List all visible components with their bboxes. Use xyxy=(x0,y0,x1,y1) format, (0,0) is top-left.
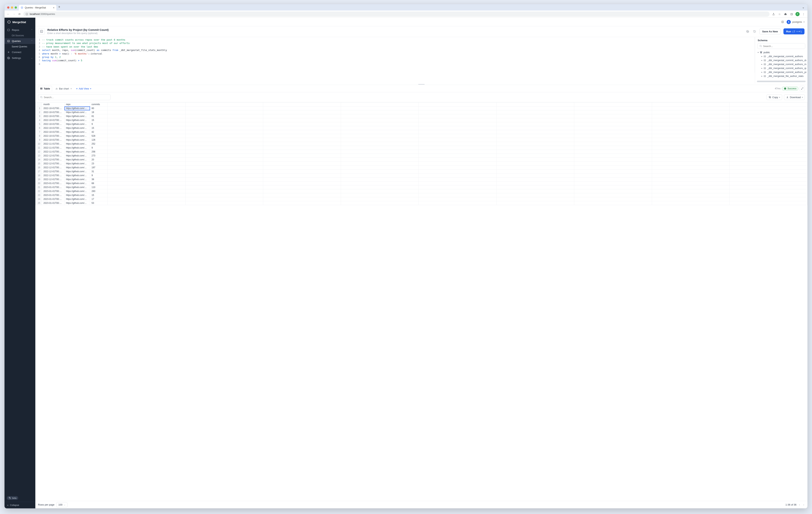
cell-repo[interactable]: https://github.com/mergestat/... xyxy=(64,126,90,130)
cell-commits[interactable]: 18 xyxy=(90,110,108,114)
query-title[interactable]: Relative Efforts by Project (by Commit C… xyxy=(47,28,109,31)
cell-month[interactable]: 2023-01-01T00:00:00.000Z xyxy=(42,181,64,185)
schema-table[interactable]: ▸_dbt_mergestat_commit_authors_quarterly xyxy=(756,66,806,70)
table-row[interactable]: 182022-12-01T00:00:00.000Zhttps://github… xyxy=(35,174,808,177)
url-field[interactable]: localhost:3300/queries xyxy=(23,11,770,17)
window-minimize-icon[interactable] xyxy=(11,6,13,9)
table-row[interactable]: 142022-12-01T00:00:00.000Zhttps://github… xyxy=(35,158,808,162)
table-row[interactable]: 112022-11-01T00:00:00.000Zhttps://github… xyxy=(35,146,808,150)
table-row[interactable]: 192022-12-01T00:00:00.000Zhttps://github… xyxy=(35,177,808,181)
cell-commits[interactable]: 31 xyxy=(90,170,108,174)
cell-commits[interactable]: 528 xyxy=(90,134,108,138)
table-row[interactable]: 232023-01-01T00:00:00.000Zhttps://github… xyxy=(35,193,808,197)
cell-repo[interactable]: https://github.com/mergestat/... xyxy=(64,193,90,197)
cell-repo[interactable]: https://github.com/mergestat/... xyxy=(64,154,90,158)
cell-repo[interactable]: https://github.com/mergestat/... xyxy=(64,162,90,166)
cell-commits[interactable]: 273 xyxy=(90,154,108,158)
cell-repo[interactable]: https://github.com/mergestat/... xyxy=(64,138,90,142)
table-row[interactable]: 222023-01-01T00:00:00.000Zhttps://github… xyxy=(35,189,808,193)
cell-month[interactable]: 2022-10-01T00:00:00.000Z xyxy=(42,114,64,118)
cell-repo[interactable]: https://github.com/mergestat/... xyxy=(64,189,90,193)
cell-repo[interactable]: https://github.com/mergestat/... xyxy=(64,166,90,170)
sidebar-collapse-button[interactable]: « Collapse xyxy=(4,502,35,508)
cell-commits[interactable]: 20 xyxy=(90,158,108,162)
cell-commits[interactable]: 15 xyxy=(90,126,108,130)
schema-scrollbar[interactable] xyxy=(757,81,806,82)
cell-month[interactable]: 2022-10-01T00:00:00.000Z xyxy=(42,118,64,122)
cell-month[interactable]: 2022-10-01T00:00:00.000Z xyxy=(42,107,64,110)
col-rownum[interactable] xyxy=(35,103,42,107)
window-close-icon[interactable] xyxy=(7,6,9,9)
sql-editor[interactable]: 12345678 -- track commit counts across r… xyxy=(35,37,755,73)
cell-commits[interactable]: 283 xyxy=(90,189,108,193)
table-row[interactable]: 132022-12-01T00:00:00.000Zhttps://github… xyxy=(35,154,808,158)
nav-reload-button[interactable]: ⟳ xyxy=(18,12,22,16)
table-row[interactable]: 242023-01-01T00:00:00.000Zhttps://github… xyxy=(35,197,808,201)
sidebar-sub-saved-queries[interactable]: Saved Queries xyxy=(4,44,35,49)
table-row[interactable]: 172022-12-01T00:00:00.000Zhttps://github… xyxy=(35,170,808,174)
table-row[interactable]: 102022-11-01T00:00:00.000Zhttps://github… xyxy=(35,142,808,146)
schema-table[interactable]: ▸_dbt_mergestat_commit_authors xyxy=(756,54,806,58)
cell-month[interactable]: 2022-11-01T00:00:00.000Z xyxy=(42,146,64,150)
table-row[interactable]: 122022-11-01T00:00:00.000Zhttps://github… xyxy=(35,150,808,154)
query-settings-button[interactable] xyxy=(746,29,750,34)
results-grid[interactable]: month repo commits 12022-10-01T00:00:00.… xyxy=(35,102,808,501)
table-row[interactable]: 72022-10-01T00:00:00.000Zhttps://github.… xyxy=(35,130,808,134)
cell-month[interactable]: 2022-10-01T00:00:00.000Z xyxy=(42,130,64,134)
copy-button[interactable]: Copy ▾ xyxy=(766,94,782,100)
query-description[interactable]: Enter a short description for this query… xyxy=(47,32,109,35)
cell-commits[interactable]: 38 xyxy=(90,177,108,181)
cell-commits[interactable]: 23 xyxy=(90,162,108,166)
schema-search-input[interactable] xyxy=(763,45,803,48)
cell-month[interactable]: 2023-01-01T00:00:00.000Z xyxy=(42,185,64,189)
cell-repo[interactable]: https://github.com/mergestat/... xyxy=(64,174,90,177)
results-tab-barchart[interactable]: Bar chart × xyxy=(53,86,74,91)
schema-table[interactable]: ▸_dbt_mergestat_file_author_stats xyxy=(756,74,806,78)
run-button[interactable]: Run (⇧ + ↵) xyxy=(783,28,805,34)
table-row[interactable]: 162022-12-01T00:00:00.000Zhttps://github… xyxy=(35,166,808,170)
sidebar-item-settings[interactable]: Settings ⌄ xyxy=(4,55,35,61)
cell-repo[interactable]: https://github.com/mergestat/... xyxy=(64,201,90,205)
cell-commits[interactable]: 80 xyxy=(90,107,108,110)
tabs-overflow-button[interactable]: ⌄ xyxy=(801,5,806,10)
cell-month[interactable]: 2022-12-01T00:00:00.000Z xyxy=(42,154,64,158)
cell-commits[interactable]: 9 xyxy=(90,146,108,150)
sidebar-item-queries[interactable]: Queries ⌃ xyxy=(4,38,35,44)
cell-commits[interactable]: 9 xyxy=(90,174,108,177)
cell-month[interactable]: 2022-10-01T00:00:00.000Z xyxy=(42,138,64,142)
cell-month[interactable]: 2022-10-01T00:00:00.000Z xyxy=(42,126,64,130)
table-row[interactable]: 212023-01-01T00:00:00.000Zhttps://github… xyxy=(35,185,808,189)
profile-avatar[interactable]: P xyxy=(795,12,800,16)
table-row[interactable]: 252023-01-01T00:00:00.000Zhttps://github… xyxy=(35,201,808,205)
page-prev-button[interactable]: ‹ xyxy=(798,503,801,506)
tab-close-icon[interactable]: × xyxy=(53,6,55,9)
results-search[interactable] xyxy=(38,94,111,100)
cell-repo[interactable]: https://github.com/mergestat/... xyxy=(64,130,90,134)
brand[interactable]: MergeStat xyxy=(4,18,35,26)
schema-search[interactable] xyxy=(757,43,805,49)
cell-month[interactable]: 2022-12-01T00:00:00.000Z xyxy=(42,177,64,181)
col-month[interactable]: month xyxy=(42,103,64,107)
cell-repo[interactable]: https://github.com/mergestat/... xyxy=(64,185,90,189)
browser-tab[interactable]: Queries - MergeStat × xyxy=(19,5,56,10)
cell-month[interactable]: 2022-12-01T00:00:00.000Z xyxy=(42,174,64,177)
cell-repo[interactable]: https://github.com/mergestat/... xyxy=(64,118,90,122)
table-row[interactable]: 42022-10-01T00:00:00.000Zhttps://github.… xyxy=(35,118,808,122)
cell-repo[interactable]: https://github.com/mergestat/... xyxy=(64,142,90,146)
results-search-input[interactable] xyxy=(44,96,109,99)
user-menu[interactable]: postgres ▾ xyxy=(787,20,805,24)
cell-month[interactable]: 2022-11-01T00:00:00.000Z xyxy=(42,150,64,154)
cell-repo[interactable]: https://github.com/mergestat/... xyxy=(64,146,90,150)
extensions-button[interactable] xyxy=(783,12,788,16)
col-repo[interactable]: repo xyxy=(64,103,90,107)
table-row[interactable]: 22022-10-01T00:00:00.000Zhttps://github.… xyxy=(35,110,808,114)
table-row[interactable]: 62022-10-01T00:00:00.000Zhttps://github.… xyxy=(35,126,808,130)
beta-badge[interactable]: beta xyxy=(7,496,18,500)
nav-back-button[interactable]: ← xyxy=(6,12,10,16)
cell-commits[interactable]: 252 xyxy=(90,142,108,146)
editor-code[interactable]: -- track commit counts across repos over… xyxy=(42,38,171,72)
table-row[interactable]: 202023-01-01T00:00:00.000Zhttps://github… xyxy=(35,181,808,185)
cell-commits[interactable]: 68 xyxy=(90,181,108,185)
query-history-button[interactable] xyxy=(752,29,757,34)
cell-commits[interactable]: 81 xyxy=(90,114,108,118)
